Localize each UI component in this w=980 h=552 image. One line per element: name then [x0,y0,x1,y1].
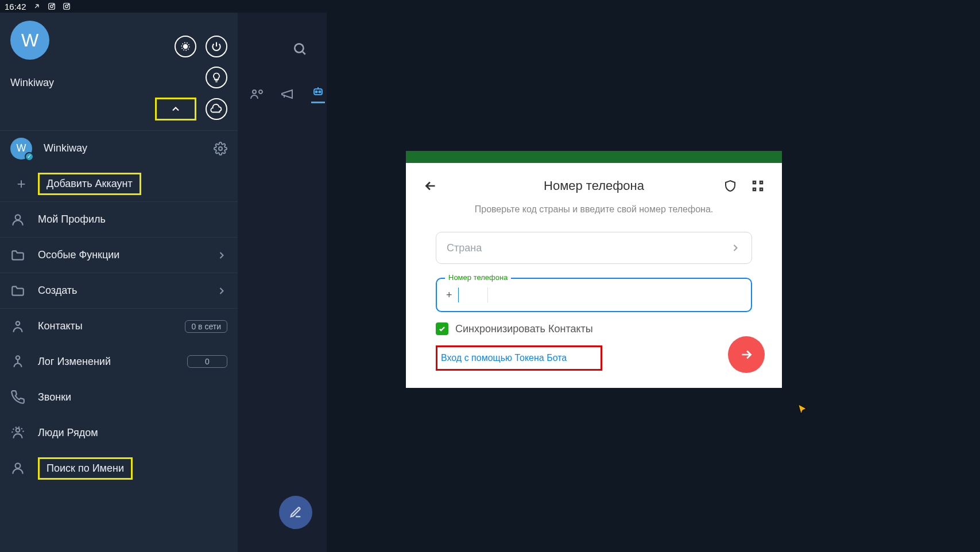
svg-rect-21 [753,188,756,191]
menu-special-label: Особые Функции [38,249,216,261]
avatar-small: W ✓ [10,138,32,160]
bot-token-login-link[interactable]: Вход с помощью Токена Бота [436,345,602,371]
main-area: Номер телефона Проверьте код страны и вв… [238,13,980,552]
svg-point-18 [319,91,321,93]
country-placeholder: Страна [447,242,730,254]
menu-profile-label: Мой Профиль [38,213,227,226]
plus-icon: + [10,175,32,193]
theme-button[interactable] [175,36,196,57]
tab-channels[interactable] [280,87,294,101]
sidebar-header: W Winkiway [0,13,238,130]
svg-rect-19 [753,181,756,184]
chevron-right-icon [216,250,227,261]
verified-badge-icon: ✓ [25,152,34,161]
phone-dialog: Номер телефона Проверьте код страны и вв… [406,163,782,388]
svg-rect-20 [760,181,762,184]
svg-point-10 [16,321,20,325]
chat-strip [238,13,327,552]
svg-point-4 [65,5,68,8]
menu-contacts-label: Контакты [38,320,185,332]
menu-create[interactable]: Создать [0,273,238,308]
svg-point-1 [50,5,53,8]
checkbox-checked-icon[interactable] [436,322,448,335]
changelog-badge: 0 [187,355,227,368]
instagram-icon-2 [62,2,71,11]
sidebar: W Winkiway [0,13,238,552]
menu-changelog[interactable]: Лог Изменений 0 [0,344,238,379]
qr-icon[interactable] [751,179,765,193]
menu-list: W ✓ Winkiway + Добавить Аккаунт Мой [0,130,238,486]
power-button[interactable] [206,36,227,57]
svg-point-12 [16,428,20,432]
text-caret [458,287,459,302]
phone-input[interactable]: Номер телефона + [436,278,752,312]
phone-dialog-wrap: Номер телефона Проверьте код страны и вв… [406,151,782,388]
collapse-toggle[interactable] [155,98,196,120]
back-button[interactable] [423,178,438,193]
add-account[interactable]: + Добавить Аккаунт [0,166,238,201]
menu-changelog-label: Лог Изменений [38,356,187,368]
cloud-button[interactable] [206,98,227,120]
menu-calls[interactable]: Звонки [0,379,238,415]
sync-contacts-row[interactable]: Синхронизировать Контакты [436,322,752,335]
svg-rect-22 [760,188,762,191]
menu-special[interactable]: Особые Функции [0,237,238,273]
chevron-right-icon-3 [730,242,741,254]
compose-fab[interactable] [279,496,312,529]
input-separator [487,287,488,302]
idea-button[interactable] [206,67,227,88]
menu-nearby-label: Люди Рядом [38,427,227,439]
menu-calls-label: Звонки [38,391,227,403]
phone-float-label: Номер телефона [445,273,511,282]
account-current[interactable]: W ✓ Winkiway [0,130,238,166]
svg-point-2 [53,4,53,5]
svg-point-8 [219,147,222,150]
menu-profile[interactable]: Мой Профиль [0,201,238,237]
sync-contacts-label: Синхронизировать Контакты [455,323,593,335]
dialog-header: Номер телефона [423,174,765,197]
search-name-icon [10,461,38,476]
svg-point-17 [316,91,317,93]
search-icon[interactable] [292,41,307,56]
menu-create-label: Создать [38,285,216,297]
add-account-highlight: Добавить Аккаунт [38,173,141,195]
dialog-title: Номер телефона [544,178,644,193]
tab-people[interactable] [249,87,263,101]
dialog-subtitle: Проверьте код страны и введите свой номе… [423,204,765,215]
share-icon [32,2,41,11]
folder-icon [10,248,38,263]
contacts-icon [10,319,38,334]
gear-icon[interactable] [214,142,227,156]
header-icons [155,36,227,120]
phone-icon [10,390,38,405]
contacts-online-badge: 0 в сети [185,320,227,333]
shield-icon[interactable] [723,179,737,193]
avatar[interactable]: W [10,21,49,60]
svg-point-11 [16,356,20,360]
svg-point-14 [295,44,303,52]
menu-search-name[interactable]: Поиск по Имени [0,450,238,486]
country-select[interactable]: Страна [436,232,752,264]
changelog-icon [10,354,38,369]
menu-nearby[interactable]: Люди Рядом [0,415,238,450]
tab-bots[interactable] [311,84,325,103]
svg-point-13 [16,463,21,468]
menu-contacts[interactable]: Контакты 0 в сети [0,308,238,344]
svg-point-6 [184,45,188,49]
add-account-label: Добавить Аккаунт [47,178,133,189]
svg-point-15 [253,90,256,94]
status-time: 16:42 [5,2,26,11]
phone-prefix: + [437,289,458,301]
chevron-right-icon-2 [216,285,227,297]
folder-icon-2 [10,283,38,298]
submit-button[interactable] [728,336,765,373]
svg-point-5 [68,4,68,5]
svg-point-9 [16,215,21,220]
user-icon [10,212,38,227]
search-name-highlight: Поиск по Имени [38,457,133,480]
status-bar: 16:42 [0,0,980,13]
instagram-icon [47,2,56,11]
chat-tabs [249,84,325,103]
account-name: Winkiway [38,142,214,154]
menu-search-name-label: Поиск по Имени [47,462,124,474]
